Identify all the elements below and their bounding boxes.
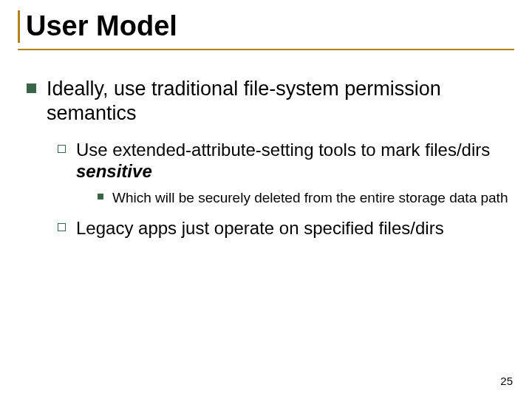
square-bullet-icon	[27, 83, 36, 93]
slide: User Model Ideally, use traditional file…	[0, 0, 532, 399]
bullet-level1: Ideally, use traditional file-system per…	[24, 77, 514, 126]
title-border: User Model	[18, 10, 514, 43]
title-rule	[18, 49, 514, 50]
bullet-text-l2a: Use extended-attribute-setting tools to …	[76, 139, 514, 183]
page-number: 25	[500, 375, 513, 387]
small-square-bullet-icon	[98, 194, 103, 200]
bullet-text-l2a-emph: sensitive	[76, 161, 152, 181]
bullet-level2: Legacy apps just operate on specified fi…	[58, 217, 514, 239]
bullet-level3: Which will be securely deleted from the …	[98, 189, 514, 207]
bullet-text-l1: Ideally, use traditional file-system per…	[47, 77, 514, 126]
hollow-square-bullet-icon	[58, 223, 66, 231]
bullet-text-l3: Which will be securely deleted from the …	[112, 189, 514, 207]
slide-content: Ideally, use traditional file-system per…	[18, 77, 514, 239]
bullet-text-l2b: Legacy apps just operate on specified fi…	[76, 217, 514, 239]
bullet-level2: Use extended-attribute-setting tools to …	[58, 139, 514, 183]
bullet-text-l2a-prefix: Use extended-attribute-setting tools to …	[76, 140, 490, 160]
hollow-square-bullet-icon	[58, 145, 66, 153]
slide-title: User Model	[26, 10, 514, 43]
